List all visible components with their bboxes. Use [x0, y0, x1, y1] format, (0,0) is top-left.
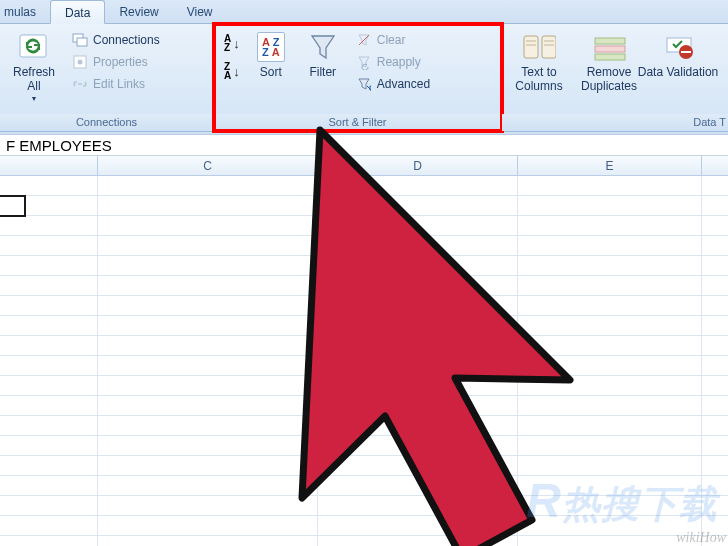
cell[interactable]	[0, 216, 98, 235]
cell[interactable]	[98, 396, 318, 415]
col-header-e[interactable]: E	[518, 156, 702, 175]
cell[interactable]	[0, 356, 98, 375]
cell[interactable]	[518, 176, 702, 195]
cell[interactable]	[98, 416, 318, 435]
cell[interactable]	[318, 236, 518, 255]
cell[interactable]	[518, 316, 702, 335]
connections-button[interactable]: Connections	[66, 30, 166, 50]
cell[interactable]	[0, 516, 98, 535]
cell[interactable]	[318, 456, 518, 475]
cell[interactable]	[0, 376, 98, 395]
cell[interactable]	[0, 416, 98, 435]
cell[interactable]	[518, 196, 702, 215]
cell[interactable]	[0, 316, 98, 335]
cell[interactable]	[98, 516, 318, 535]
tab-data[interactable]: Data	[50, 0, 105, 24]
cell[interactable]	[98, 276, 318, 295]
cell[interactable]	[518, 256, 702, 275]
advanced-button[interactable]: Advanced	[350, 74, 436, 94]
cell[interactable]	[518, 356, 702, 375]
cell[interactable]	[98, 356, 318, 375]
edit-links-button[interactable]: Edit Links	[66, 74, 166, 94]
cell[interactable]	[318, 276, 518, 295]
cell[interactable]	[98, 176, 318, 195]
cell[interactable]	[318, 536, 518, 546]
col-b-stub[interactable]	[0, 156, 98, 175]
cell[interactable]	[318, 516, 518, 535]
clear-filter-icon	[356, 32, 372, 48]
cell[interactable]	[0, 476, 98, 495]
cell[interactable]	[98, 316, 318, 335]
cell[interactable]	[0, 236, 98, 255]
properties-button[interactable]: Properties	[66, 52, 166, 72]
data-validation-icon	[661, 30, 695, 64]
cell[interactable]	[98, 296, 318, 315]
reapply-button[interactable]: Reapply	[350, 52, 436, 72]
cell[interactable]	[318, 176, 518, 195]
cell[interactable]	[318, 356, 518, 375]
refresh-all-button[interactable]: Refresh All ▾	[4, 28, 64, 103]
col-header-c[interactable]: C	[98, 156, 318, 175]
cell[interactable]	[98, 216, 318, 235]
cell[interactable]	[318, 296, 518, 315]
cell[interactable]	[518, 296, 702, 315]
tab-review[interactable]: Review	[105, 0, 172, 23]
cell[interactable]	[318, 256, 518, 275]
grid-row	[0, 536, 728, 546]
cell[interactable]	[318, 476, 518, 495]
data-validation-button[interactable]: Data Validation	[646, 28, 710, 94]
cell[interactable]	[318, 316, 518, 335]
cell[interactable]	[318, 496, 518, 515]
cell[interactable]	[98, 236, 318, 255]
filter-button[interactable]: Filter	[298, 28, 348, 94]
cell[interactable]	[98, 456, 318, 475]
cell[interactable]	[98, 256, 318, 275]
cell[interactable]	[98, 536, 318, 546]
cell[interactable]	[98, 376, 318, 395]
cell[interactable]	[0, 296, 98, 315]
sort-desc-button[interactable]: ZA↓	[220, 60, 244, 82]
cell[interactable]	[518, 336, 702, 355]
grid-row	[0, 196, 728, 216]
sort-asc-button[interactable]: AZ↓	[220, 32, 244, 54]
cell[interactable]	[518, 276, 702, 295]
cell[interactable]	[318, 216, 518, 235]
cell[interactable]	[0, 396, 98, 415]
cell[interactable]	[0, 536, 98, 546]
cell[interactable]	[318, 396, 518, 415]
cell[interactable]	[0, 496, 98, 515]
cell[interactable]	[0, 256, 98, 275]
cell[interactable]	[98, 196, 318, 215]
cell[interactable]	[98, 476, 318, 495]
cell[interactable]	[518, 536, 702, 546]
cell[interactable]	[518, 236, 702, 255]
tab-formulas[interactable]: mulas	[0, 0, 50, 23]
formula-bar[interactable]: F EMPLOYEES	[0, 135, 728, 156]
cell[interactable]	[0, 336, 98, 355]
cell[interactable]	[318, 416, 518, 435]
clear-button[interactable]: Clear	[350, 30, 436, 50]
cell[interactable]	[0, 456, 98, 475]
cell[interactable]	[518, 376, 702, 395]
cell[interactable]	[0, 196, 98, 215]
cell[interactable]	[318, 196, 518, 215]
cell[interactable]	[318, 336, 518, 355]
cell[interactable]	[98, 336, 318, 355]
cell[interactable]	[518, 436, 702, 455]
cell[interactable]	[98, 436, 318, 455]
cell[interactable]	[98, 496, 318, 515]
cell[interactable]	[0, 176, 98, 195]
text-to-columns-button[interactable]: Text to Columns	[506, 28, 572, 94]
svg-rect-14	[595, 54, 625, 60]
cell[interactable]	[318, 436, 518, 455]
cell[interactable]	[0, 436, 98, 455]
sort-button[interactable]: AZZA Sort	[246, 28, 296, 94]
cell[interactable]	[0, 276, 98, 295]
col-header-d[interactable]: D	[318, 156, 518, 175]
cell[interactable]	[518, 216, 702, 235]
remove-duplicates-button[interactable]: Remove Duplicates	[574, 28, 644, 94]
tab-view[interactable]: View	[173, 0, 227, 23]
cell[interactable]	[518, 416, 702, 435]
cell[interactable]	[318, 376, 518, 395]
cell[interactable]	[518, 396, 702, 415]
